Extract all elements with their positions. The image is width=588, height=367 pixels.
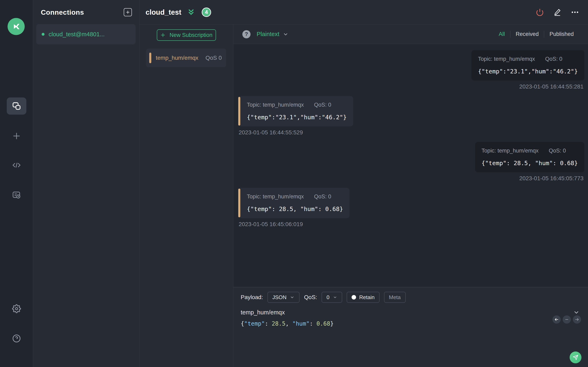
meta-button[interactable]: Meta	[384, 292, 406, 303]
received-color-marker	[238, 189, 240, 217]
message-topic: Topic: temp_hum/emqx	[247, 102, 304, 108]
qos-dropdown[interactable]: 0	[321, 292, 342, 303]
retain-label: Retain	[359, 294, 375, 300]
messages-toolbar: ? Plaintext All Received Published	[233, 25, 588, 44]
connection-status-dot	[42, 33, 44, 36]
app-icon-sidebar	[0, 0, 33, 367]
messages-panel: ? Plaintext All Received Published	[233, 25, 588, 367]
topic-input[interactable]: temp_hum/emqx	[241, 309, 285, 316]
next-message-button[interactable]	[573, 315, 581, 324]
qos-value: 0	[327, 294, 329, 300]
message-pager	[553, 315, 581, 324]
filter-received[interactable]: Received	[510, 31, 544, 37]
message-qos: QoS: 0	[314, 193, 331, 200]
message-topic: Topic: temp_hum/emqx	[478, 56, 535, 62]
retain-toggle[interactable]: Retain	[347, 292, 380, 303]
message-received: Topic: temp_hum/emqx QoS: 0 {"temp": 28.…	[238, 188, 584, 227]
disconnect-button[interactable]	[536, 8, 544, 16]
message-qos: QoS: 0	[545, 56, 562, 62]
unread-count-badge: 4	[202, 8, 211, 17]
sidebar-settings-button[interactable]	[7, 300, 26, 317]
filter-all[interactable]: All	[493, 31, 510, 37]
filter-published[interactable]: Published	[544, 31, 579, 37]
code-icon	[12, 160, 21, 170]
plus-square-icon	[125, 9, 130, 15]
connection-header: cloud_test 4	[139, 0, 588, 25]
payload-format-dropdown[interactable]: JSON	[268, 292, 300, 303]
message-timestamp: 2023-01-05 16:45:05:773	[519, 175, 584, 182]
message-payload: {"temp": 28.5, "hum": 0.68}	[482, 160, 578, 167]
qos-label: QoS:	[304, 294, 317, 300]
subscription-topic: temp_hum/emqx	[156, 55, 199, 61]
retain-indicator-dot	[352, 295, 356, 300]
chevron-down-icon	[333, 295, 337, 300]
publish-panel: Payload: JSON QoS: 0	[233, 287, 588, 367]
connection-list-item[interactable]: cloud_test@m4801...	[36, 24, 136, 44]
mqttx-app: Connections cloud_test@m4801... cloud_te…	[0, 0, 588, 367]
message-bubble[interactable]: Topic: temp_hum/emqx QoS: 0 {"temp": 28.…	[475, 142, 584, 172]
message-timestamp: 2023-01-05 16:45:06:019	[239, 221, 303, 227]
new-subscription-label: New Subscription	[169, 32, 212, 38]
connections-title: Connections	[41, 8, 84, 16]
format-help-icon[interactable]: ?	[242, 30, 251, 38]
connection-title: cloud_test	[146, 8, 181, 16]
message-timestamp: 2023-01-05 16:44:55:281	[519, 83, 584, 90]
connections-icon	[12, 101, 21, 111]
help-circle-icon	[12, 334, 21, 343]
payload-label: Payload:	[241, 294, 263, 300]
new-subscription-button[interactable]: New Subscription	[157, 29, 216, 41]
message-filters: All Received Published	[493, 31, 579, 38]
received-color-marker	[238, 97, 240, 125]
more-options-button[interactable]	[571, 8, 579, 16]
plus-icon	[12, 131, 21, 141]
message-payload: {"temp":"23.1","hum":"46.2"}	[247, 114, 347, 121]
message-published: Topic: temp_hum/emqx QoS: 0 {"temp":"23.…	[238, 50, 584, 90]
sidebar-script-button[interactable]	[7, 157, 26, 174]
message-bubble[interactable]: Topic: temp_hum/emqx QoS: 0 {"temp":"23.…	[471, 50, 584, 81]
double-chevron-down-icon[interactable]	[187, 8, 196, 17]
subscriptions-panel: New Subscription temp_hum/emqx QoS 0	[139, 25, 233, 367]
subscription-color-marker	[149, 53, 151, 63]
sidebar-new-connection-button[interactable]	[7, 127, 26, 145]
message-qos: QoS: 0	[549, 148, 566, 154]
remove-message-button[interactable]	[563, 315, 571, 324]
sidebar-connections-button[interactable]	[7, 98, 26, 115]
mqttx-logo-icon	[8, 18, 25, 35]
payload-format-select[interactable]: Plaintext	[257, 31, 279, 38]
message-topic: Topic: temp_hum/emqx	[482, 148, 539, 154]
message-timestamp: 2023-01-05 16:44:55:529	[239, 129, 303, 136]
previous-message-button[interactable]	[553, 315, 561, 324]
chevron-down-icon	[290, 295, 295, 300]
chevron-down-icon[interactable]	[283, 31, 289, 37]
connection-name: cloud_test@m4801...	[49, 31, 104, 38]
log-icon	[12, 191, 21, 200]
subscription-item[interactable]: temp_hum/emqx QoS 0	[146, 49, 226, 67]
plus-icon	[160, 32, 166, 38]
edit-connection-button[interactable]	[553, 8, 562, 16]
sidebar-log-button[interactable]	[7, 187, 26, 204]
meta-label: Meta	[389, 294, 401, 300]
message-list[interactable]: Topic: temp_hum/emqx QoS: 0 {"temp":"23.…	[233, 44, 588, 287]
message-received: Topic: temp_hum/emqx QoS: 0 {"temp":"23.…	[238, 96, 584, 136]
main-area: cloud_test 4	[139, 0, 588, 367]
chevron-down-icon	[573, 309, 580, 316]
subscription-qos: QoS 0	[206, 55, 222, 61]
message-bubble[interactable]: Topic: temp_hum/emqx QoS: 0 {"temp": 28.…	[240, 188, 350, 218]
arrow-left-icon	[554, 317, 559, 322]
minus-icon	[564, 317, 569, 322]
arrow-right-icon	[575, 317, 579, 322]
payload-editor[interactable]: {"temp": 28.5, "hum": 0.68}	[241, 320, 580, 327]
message-published: Topic: temp_hum/emqx QoS: 0 {"temp": 28.…	[238, 142, 584, 182]
send-icon	[572, 354, 579, 360]
pencil-icon	[553, 8, 562, 16]
sidebar-help-button[interactable]	[7, 330, 26, 347]
connections-panel: Connections cloud_test@m4801...	[33, 0, 139, 367]
message-topic: Topic: temp_hum/emqx	[247, 193, 304, 200]
gear-icon	[12, 304, 21, 313]
message-qos: QoS: 0	[314, 102, 331, 108]
message-bubble[interactable]: Topic: temp_hum/emqx QoS: 0 {"temp":"23.…	[240, 96, 353, 126]
send-button[interactable]	[570, 351, 581, 363]
collapse-editor-button[interactable]	[573, 309, 580, 316]
add-connection-button[interactable]	[124, 8, 132, 16]
payload-format-value: JSON	[272, 294, 286, 300]
